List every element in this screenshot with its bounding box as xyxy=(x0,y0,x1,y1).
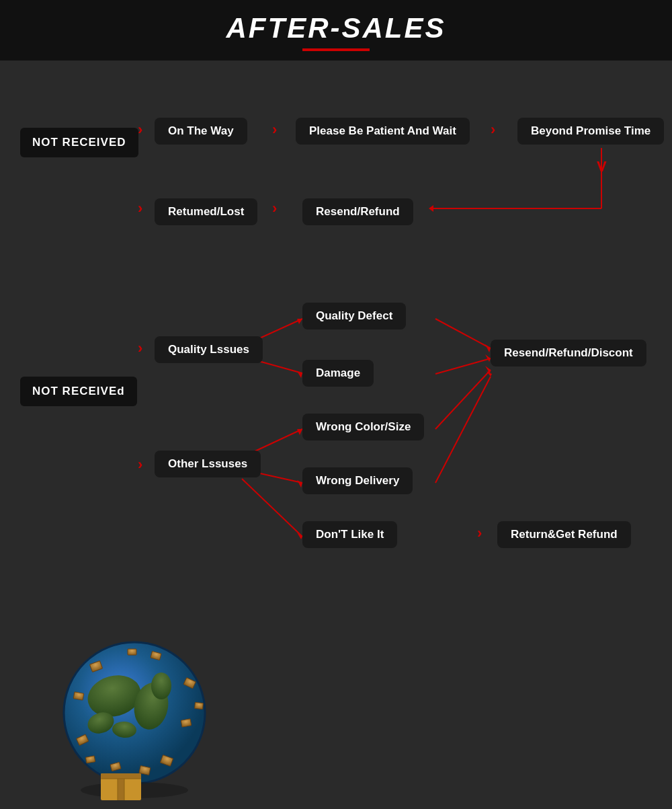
quality-issues-node: Quality Lssues xyxy=(155,336,263,363)
damage-node: Damage xyxy=(302,360,374,387)
please-be-patient-node: Please Be Patient And Wait xyxy=(296,118,470,145)
svg-line-27 xyxy=(435,377,491,483)
wrong-color-size-node: Wrong Color/Size xyxy=(302,414,424,440)
svg-text:›: › xyxy=(138,340,142,356)
globe-illustration xyxy=(47,632,222,807)
svg-rect-48 xyxy=(139,766,151,775)
wrong-delivery-node: Wrong Delivery xyxy=(302,467,413,494)
svg-marker-15 xyxy=(485,344,491,352)
svg-text:›: › xyxy=(272,200,277,217)
svg-marker-20 xyxy=(297,429,302,435)
globe-area xyxy=(34,625,235,809)
svg-text:›: › xyxy=(138,121,142,138)
svg-text:V: V xyxy=(597,158,607,175)
svg-text:›: › xyxy=(138,200,142,217)
svg-marker-22 xyxy=(297,480,302,488)
svg-marker-13 xyxy=(297,371,302,378)
svg-marker-26 xyxy=(485,366,491,374)
svg-marker-28 xyxy=(487,371,492,377)
svg-line-25 xyxy=(435,370,491,429)
svg-text:›: › xyxy=(491,121,495,138)
svg-marker-24 xyxy=(297,533,302,539)
svg-text:›: › xyxy=(477,525,482,541)
svg-rect-44 xyxy=(73,692,84,700)
svg-line-23 xyxy=(242,479,302,537)
svg-marker-17 xyxy=(485,354,491,362)
svg-point-34 xyxy=(151,672,171,699)
resend-refund-discount-node: Resend/Refund/Discont xyxy=(491,340,646,367)
svg-rect-45 xyxy=(128,649,136,655)
svg-rect-46 xyxy=(195,702,204,709)
svg-marker-11 xyxy=(297,319,302,324)
quality-defect-node: Quality Defect xyxy=(302,303,406,330)
dont-like-it-node: Don'T Like It xyxy=(302,521,397,548)
beyond-promise-node: Beyond Promise Time xyxy=(517,118,664,145)
content: › › › V › › › xyxy=(0,61,672,809)
svg-text:›: › xyxy=(138,456,142,473)
page-title: AFTER-SALES xyxy=(0,12,672,44)
svg-rect-47 xyxy=(85,756,95,763)
diagram: › › › V › › › xyxy=(13,81,672,809)
resend-refund-1-node: Resend/Refund xyxy=(302,198,413,225)
svg-rect-40 xyxy=(181,719,192,727)
header-underline xyxy=(302,48,370,51)
svg-rect-52 xyxy=(118,773,124,800)
header: AFTER-SALES xyxy=(0,0,672,61)
return-get-refund-node: Return&Get Refund xyxy=(497,521,631,548)
not-received-label-2: NOT RECEIVEd xyxy=(20,377,137,406)
svg-line-14 xyxy=(435,319,491,348)
svg-line-16 xyxy=(435,358,491,374)
svg-text:›: › xyxy=(272,121,277,138)
svg-marker-6 xyxy=(429,205,433,212)
returned-lost-node: Retumed/Lost xyxy=(155,198,257,225)
other-issues-node: Other Lssuses xyxy=(155,451,261,477)
on-the-way-node: On The Way xyxy=(155,118,247,145)
not-received-label-1: NOT RECEIVED xyxy=(20,128,138,157)
